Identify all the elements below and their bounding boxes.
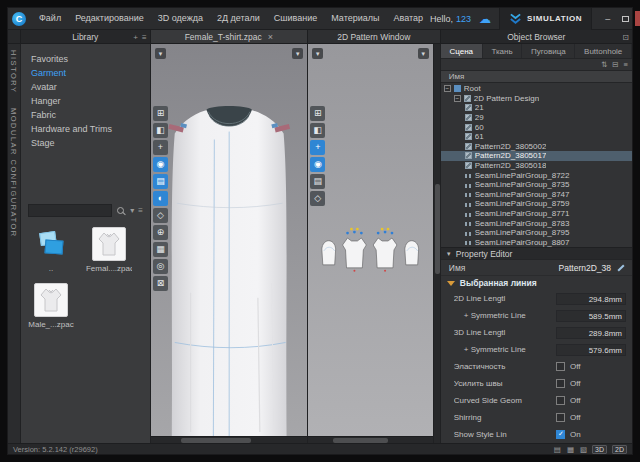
library-item-hanger[interactable]: Hanger — [21, 94, 150, 108]
tool-icon[interactable]: ◇ — [310, 191, 325, 206]
tree-item[interactable]: 60 — [441, 122, 632, 132]
edit-icon[interactable] — [616, 263, 626, 273]
tree-item[interactable]: SeamLinePairGroup_8735 — [441, 180, 632, 190]
file-tile-male-tshirt[interactable]: Male_...zpac — [29, 283, 73, 329]
dock-icon[interactable]: ⊡ — [622, 33, 629, 42]
tab-button[interactable]: Пуговица — [522, 44, 575, 58]
value-field[interactable]: 589.5mm — [556, 310, 626, 322]
menu-icon[interactable]: ≡ — [142, 33, 147, 42]
horizontal-scrollbar[interactable] — [308, 436, 432, 443]
horizontal-scrollbar[interactable] — [151, 436, 307, 443]
sort-icon[interactable]: ⇅ — [601, 60, 607, 69]
tool-icon[interactable]: ⊕ — [153, 225, 168, 240]
history-rail-tab[interactable]: HISTORY — [9, 50, 18, 94]
checkbox[interactable] — [556, 379, 565, 388]
tab-fabric[interactable]: Ткань — [483, 44, 523, 58]
object-name-value[interactable]: Pattern2D_38 — [559, 263, 611, 273]
minimize-button[interactable]: – — [599, 11, 616, 26]
search-input[interactable] — [28, 204, 112, 217]
tree-item[interactable]: Pattern2D_3805018 — [441, 161, 632, 171]
tool-icon[interactable]: ◧ — [153, 123, 168, 138]
tool-icon[interactable]: ⊞ — [310, 106, 325, 121]
checkbox[interactable] — [556, 430, 565, 439]
username[interactable]: 123 — [456, 14, 471, 24]
checkbox[interactable] — [556, 362, 565, 371]
tab-buttonhole[interactable]: Buttonhole — [575, 44, 632, 58]
search-icon[interactable] — [116, 206, 126, 216]
tool-icon[interactable]: ▤ — [153, 174, 168, 189]
tree-item[interactable]: SeamLinePairGroup_8795 — [441, 228, 632, 238]
tool-icon[interactable]: ◉ — [310, 157, 325, 172]
tree-item-root[interactable]: Root — [441, 84, 632, 94]
menu-sewing[interactable]: Сшивание — [267, 8, 324, 29]
tool-icon[interactable]: ◐ — [153, 191, 168, 206]
viewport-menu-icon[interactable]: ▼ — [312, 48, 323, 59]
property-editor-header[interactable]: ▼ Property Editor — [441, 247, 632, 260]
viewport-menu-icon[interactable]: ▼ — [155, 48, 166, 59]
tool-icon[interactable]: ▤ — [310, 174, 325, 189]
menu-file[interactable]: Файл — [32, 8, 68, 29]
tool-icon[interactable]: ◇ — [153, 208, 168, 223]
tree-item[interactable]: SeamLinePairGroup_8783 — [441, 218, 632, 228]
tool-icon[interactable]: ⊠ — [153, 276, 168, 291]
tab-close-icon[interactable]: × — [268, 32, 273, 42]
file-tile-female-tshirt[interactable]: Femal....zpac — [87, 227, 131, 273]
tree-item[interactable]: 2D Pattern Design — [441, 94, 632, 104]
maximize-button[interactable] — [617, 11, 634, 26]
file-tile-up[interactable]: .. — [29, 227, 73, 273]
value-field[interactable]: 289.8mm — [556, 327, 626, 339]
tree-item[interactable]: SeamLinePairGroup_8807 — [441, 238, 632, 248]
tool-icon[interactable]: ▦ — [153, 242, 168, 257]
menu-edit[interactable]: Редактирование — [68, 8, 151, 29]
collapse-icon[interactable] — [444, 85, 451, 92]
close-button[interactable]: × — [635, 11, 640, 26]
library-item-hardware-trims[interactable]: Hardware and Trims — [21, 122, 150, 136]
layout-icon[interactable]: ▧ — [580, 445, 587, 454]
tree-item[interactable]: SeamLinePairGroup_8747 — [441, 190, 632, 200]
tree-item[interactable]: 21 — [441, 103, 632, 113]
tool-icon[interactable]: + — [153, 140, 168, 155]
modular-configurator-rail-tab[interactable]: MODULAR CONFIGURATOR — [9, 108, 18, 238]
filter-chevron-icon[interactable]: ▾ — [130, 206, 134, 215]
tab-scene[interactable]: Сцена — [441, 44, 483, 58]
viewport-menu-icon[interactable]: ▼ — [292, 48, 303, 59]
menu-3d-garment[interactable]: 3D одежда — [151, 8, 210, 29]
value-field[interactable]: 579.6mm — [556, 344, 626, 356]
library-item-fabric[interactable]: Fabric — [21, 108, 150, 122]
view-3d-button[interactable]: 3D — [592, 445, 607, 454]
snapshot-icon[interactable]: ▤ — [554, 445, 561, 454]
section-selected-line[interactable]: Выбранная линия — [441, 276, 632, 290]
tree-item[interactable]: SeamLinePairGroup_8771 — [441, 209, 632, 219]
tool-icon[interactable]: + — [310, 140, 325, 155]
mode-selector[interactable]: SIMULATION — [499, 8, 592, 30]
tree-item[interactable]: SeamLinePairGroup_8759 — [441, 199, 632, 209]
grid-icon[interactable]: ▦ — [567, 445, 574, 454]
menu-2d-pattern[interactable]: 2Д детали — [210, 8, 267, 29]
collapse-icon[interactable] — [454, 95, 461, 102]
menu-avatar[interactable]: Аватар — [386, 8, 430, 29]
library-item-garment[interactable]: Garment — [21, 66, 150, 80]
view-2d-button[interactable]: 2D — [612, 445, 627, 454]
value-field[interactable]: 294.8mm — [556, 293, 626, 305]
viewport-menu-icon[interactable]: ▼ — [418, 48, 429, 59]
library-item-favorites[interactable]: Favorites — [21, 52, 150, 66]
tool-icon[interactable]: ◉ — [153, 157, 168, 172]
tool-icon[interactable]: ⊞ — [153, 106, 168, 121]
menu-materials[interactable]: Материалы — [324, 8, 386, 29]
tab-3d-viewport[interactable]: Female_T-shirt.zpac × — [151, 30, 309, 43]
tree-item-selected[interactable]: Pattern2D_3805017 — [441, 151, 632, 161]
vertical-scrollbar[interactable] — [434, 44, 441, 443]
library-item-stage[interactable]: Stage — [21, 136, 150, 150]
viewport-2d[interactable]: ▼ ▼ ⊞ ◧ + ◉ ▤ ◇ — [308, 44, 433, 443]
list-view-icon[interactable]: ≡ — [138, 206, 143, 215]
collapse-all-icon[interactable]: ⊟ — [612, 60, 618, 69]
add-icon[interactable]: + — [133, 33, 138, 42]
tool-icon[interactable]: ◎ — [153, 259, 168, 274]
viewport-3d[interactable]: ▼ ▼ ⊞ ◧ + ◉ ▤ ◐ ◇ ⊕ ▦ ◎ ⊠ — [151, 44, 308, 443]
tree-item[interactable]: 29 — [441, 113, 632, 123]
tree-item[interactable]: SeamLinePairGroup_8722 — [441, 170, 632, 180]
checkbox[interactable] — [556, 396, 565, 405]
tool-icon[interactable]: ◧ — [310, 123, 325, 138]
cloud-sync-icon[interactable]: ☁ — [479, 9, 491, 29]
checkbox[interactable] — [556, 413, 565, 422]
